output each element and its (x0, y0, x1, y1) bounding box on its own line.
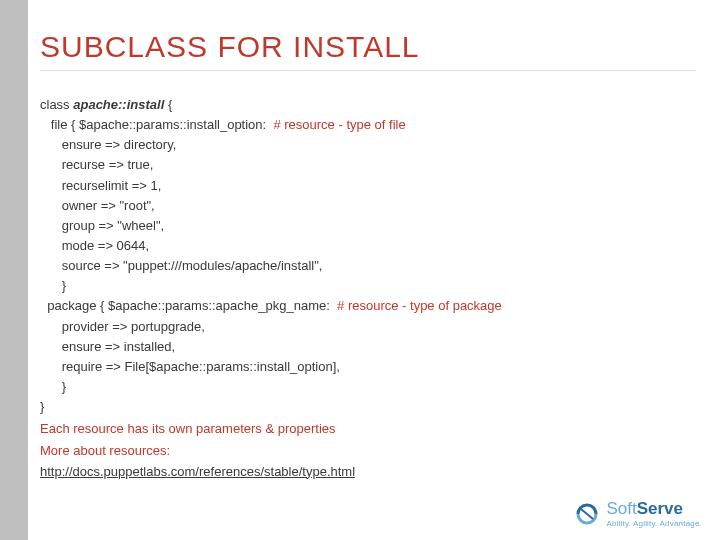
code-line: } (40, 278, 66, 293)
code-line: ensure => directory, (40, 137, 176, 152)
left-stripe (0, 0, 28, 540)
slide-title: SUBCLASS FOR INSTALL (40, 30, 696, 64)
svg-line-0 (581, 509, 593, 519)
code-line: recurselimit => 1, (40, 178, 161, 193)
slide-content: SUBCLASS FOR INSTALL class apache::insta… (40, 30, 696, 480)
docs-link[interactable]: http://docs.puppetlabs.com/references/st… (40, 464, 355, 479)
logo-icon (574, 501, 600, 527)
title-rule (40, 70, 696, 71)
code-line: file { $apache::params::install_option: … (40, 117, 406, 132)
code-line: owner => "root", (40, 198, 155, 213)
code-line: group => "wheel", (40, 218, 164, 233)
code-line: provider => portupgrade, (40, 319, 205, 334)
code-line: } (40, 399, 44, 414)
note-parameters: Each resource has its own parameters & p… (40, 419, 696, 439)
code-line: require => File[$apache::params::install… (40, 359, 340, 374)
code-block: class apache::install { file { $apache::… (40, 95, 696, 417)
logo-text: SoftServe Ability. Agility. Advantage. (606, 499, 702, 528)
code-line: source => "puppet:///modules/apache/inst… (40, 258, 322, 273)
code-line: ensure => installed, (40, 339, 175, 354)
code-line: } (40, 379, 66, 394)
code-line: mode => 0644, (40, 238, 149, 253)
softserve-logo: SoftServe Ability. Agility. Advantage. (574, 499, 702, 528)
code-line: class apache::install { (40, 97, 176, 112)
code-line: package { $apache::params::apache_pkg_na… (40, 298, 502, 313)
note-more: More about resources: (40, 441, 696, 461)
code-line: recurse => true, (40, 157, 153, 172)
